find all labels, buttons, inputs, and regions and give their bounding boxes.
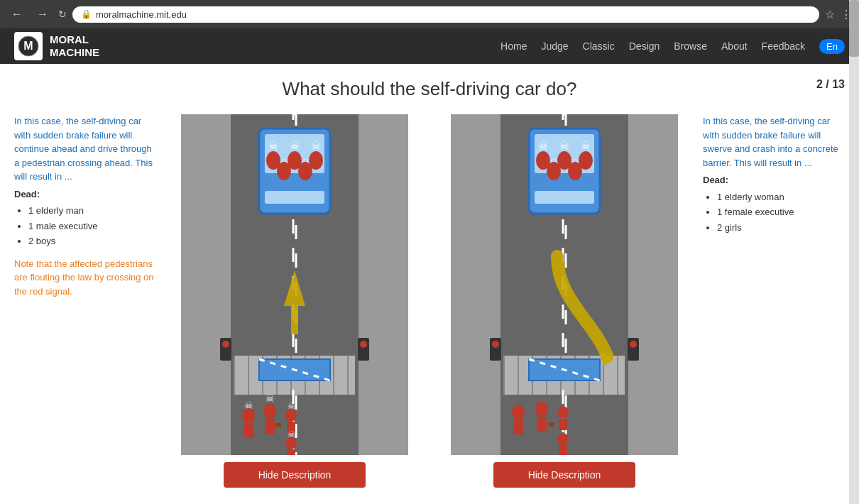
main-content: What should the self-driving car do? 2 /… [0,64,859,502]
svg-point-49 [285,437,297,449]
svg-rect-53 [628,114,678,455]
nav-feedback[interactable]: Feedback [762,40,805,52]
right-scenario: ☠ ☠ ☠ ☠ ☠ [433,114,696,488]
logo-text: MORAL MACHINE [50,33,99,59]
svg-rect-27 [265,191,324,204]
right-hide-desc-button[interactable]: Hide Description [493,462,635,488]
navbar-links: Home Judge Classic Design Browse About F… [500,39,845,54]
left-dead-item-1: 1 male executive [28,219,156,234]
svg-point-35 [277,162,291,180]
left-scene-image[interactable]: ☠ ☠ ☠ ☠ ☠ ☠ ☠ [181,114,408,455]
svg-rect-43 [265,419,275,434]
svg-text:M: M [23,40,33,52]
svg-text:☠: ☠ [290,140,300,152]
lock-icon: 🔒 [81,9,92,19]
left-scenario: ☠ ☠ ☠ ☠ ☠ ☠ ☠ [163,114,426,488]
url-bar[interactable]: 🔒 moralmachine.mit.edu [72,6,819,23]
right-description: In this case, the self-driving car with … [703,114,845,236]
svg-point-46 [285,409,297,422]
svg-point-21 [222,341,229,348]
svg-point-37 [298,162,312,180]
svg-point-71 [630,341,637,348]
forward-button[interactable]: → [33,6,53,22]
left-dead-item-2: 2 boys [28,234,156,248]
right-desc-text: In this case, the self-driving car with … [703,114,845,170]
left-dead-item-0: 1 elderly man [28,204,156,218]
svg-point-85 [568,162,582,180]
svg-rect-44 [275,423,281,427]
svg-point-86 [512,405,525,420]
browser-chrome: ← → ↻ 🔒 moralmachine.mit.edu ☆ ⋮ [0,0,859,28]
svg-point-69 [492,341,499,348]
svg-text:☠: ☠ [311,140,321,152]
scrollbar[interactable] [849,0,859,502]
left-hide-desc-button[interactable]: Hide Description [224,462,366,488]
svg-rect-50 [287,449,295,455]
svg-rect-52 [451,114,500,455]
nav-home[interactable]: Home [500,40,527,52]
svg-rect-92 [559,419,567,430]
svg-point-93 [557,433,569,446]
svg-point-88 [535,401,548,417]
refresh-button[interactable]: ↻ [58,9,67,20]
svg-rect-75 [535,191,594,204]
left-desc-text: In this case, the self-driving car with … [14,114,156,184]
nav-design[interactable]: Design [629,40,660,52]
svg-text:☠: ☠ [559,140,569,152]
left-dead-list: 1 elderly man 1 male executive 2 boys [28,204,156,248]
right-scene-image[interactable]: ☠ ☠ ☠ ☠ ☠ [451,114,678,455]
svg-text:☠: ☠ [538,140,548,152]
svg-point-91 [557,406,569,419]
svg-text:☠: ☠ [268,140,278,152]
scrollbar-thumb[interactable] [849,0,859,57]
svg-point-42 [263,403,276,419]
nav-judge[interactable]: Judge [541,40,568,52]
navbar: M MORAL MACHINE Home Judge Classic Desig… [0,28,859,64]
logo: M MORAL MACHINE [14,32,99,60]
browser-actions: ☆ ⋮ [825,8,852,21]
right-dead-list: 1 elderly woman 1 female executive 2 gir… [717,190,845,235]
nav-classic[interactable]: Classic [583,40,615,52]
svg-rect-94 [559,446,567,455]
svg-rect-4 [359,114,408,455]
svg-rect-3 [181,114,231,455]
svg-text:☠: ☠ [581,140,591,152]
svg-rect-90 [549,422,554,427]
svg-point-23 [360,341,367,348]
nav-browse[interactable]: Browse [674,40,707,52]
svg-rect-87 [513,420,523,434]
right-dead-label: Dead: [703,173,845,187]
page-title: What should the self-driving car do? [14,78,845,100]
right-dead-item-2: 2 girls [717,221,845,235]
left-note: Note that the affected pedestrians are f… [14,257,156,299]
svg-rect-89 [537,417,547,432]
language-selector[interactable]: En [819,39,845,54]
left-dead-label: Dead: [14,187,156,202]
svg-text:☠: ☠ [266,393,275,404]
nav-about[interactable]: About [721,40,748,52]
svg-point-39 [242,408,255,424]
url-text: moralmachine.mit.edu [96,9,187,20]
logo-icon: M [14,32,43,60]
page-counter: 2 / 13 [816,78,845,91]
back-button[interactable]: ← [7,6,27,22]
star-icon[interactable]: ☆ [825,8,835,21]
svg-rect-40 [244,424,253,438]
right-dead-item-1: 1 female executive [717,205,845,219]
right-dead-item-0: 1 elderly woman [717,190,845,204]
svg-point-83 [547,162,561,180]
left-description: In this case, the self-driving car with … [14,114,156,298]
scenario-layout: In this case, the self-driving car with … [14,114,845,488]
